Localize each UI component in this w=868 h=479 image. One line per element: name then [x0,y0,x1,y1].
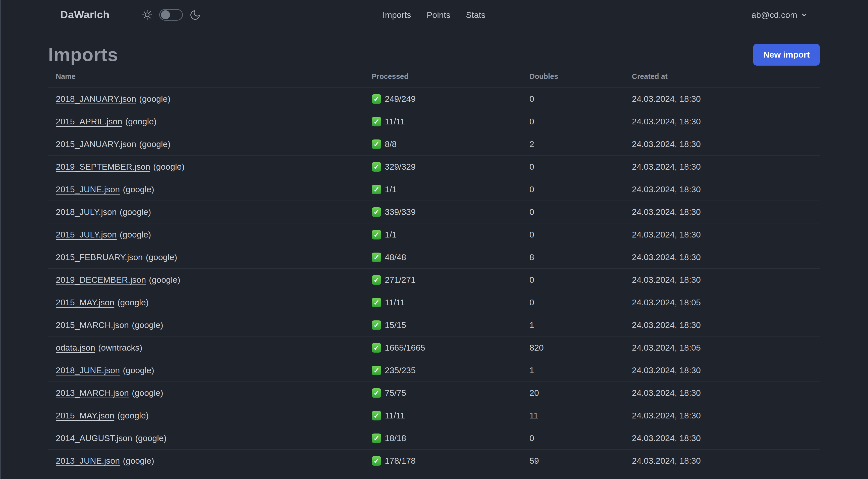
import-source-label: (owntracks) [98,343,143,352]
cell-doubles: 0 [529,298,632,307]
processed-value: 18/18 [385,433,406,443]
cell-doubles: 8 [529,252,632,262]
cell-doubles: 0 [529,94,632,104]
page-header: Imports New import [48,44,820,66]
import-file-link[interactable]: 2015_JULY.json [56,230,117,239]
processed-value: 249/249 [385,94,416,104]
import-source-label: (google) [139,94,170,103]
table-row: 2015_JULY.json(google)✓1/1024.03.2024, 1… [48,223,820,246]
cell-processed: ✓11/11 [372,117,529,126]
processed-value: 1665/1665 [385,343,425,353]
processed-value: 235/235 [385,365,416,375]
import-file-link[interactable]: 2018_JUNE.json [56,365,120,375]
account-menu[interactable]: ab@cd.com [751,10,808,20]
check-icon: ✓ [372,388,381,398]
nav-link-points[interactable]: Points [427,10,451,20]
check-icon: ✓ [372,252,381,262]
import-file-link[interactable]: 2018_JANUARY.json [56,94,136,103]
import-file-link[interactable]: 2015_MARCH.json [56,320,129,330]
import-file-link[interactable]: 2013_JUNE.json [56,456,120,466]
check-icon: ✓ [372,275,381,285]
import-file-link[interactable]: 2018_JULY.json [56,207,117,217]
import-file-link[interactable]: 2013_MARCH.json [56,388,129,397]
cell-processed: ✓235/235 [372,365,529,375]
processed-value: 48/48 [385,252,406,262]
nav-link-imports[interactable]: Imports [382,10,411,20]
cell-created-at: 24.03.2024, 18:30 [632,207,812,217]
cell-processed: ✓178/178 [372,456,529,466]
cell-processed: ✓249/249 [372,94,529,104]
cell-name: 2015_JUNE.json(google) [56,184,372,194]
table-row: 2019_DECEMBER.json(google)✓271/271024.03… [48,269,820,291]
theme-toggle[interactable] [159,9,183,21]
column-header-created-at: Created at [632,72,812,81]
import-file-link[interactable]: 2015_FEBRUARY.json [56,252,143,262]
check-icon: ✓ [372,456,381,466]
import-source-label: (google) [117,411,149,420]
table-row: odata.json(owntracks)✓1665/166582024.03.… [48,336,820,359]
table-row: 2015_APRIL.json(google)✓11/11024.03.2024… [48,110,820,133]
import-file-link[interactable]: 2015_APRIL.json [56,117,122,126]
check-icon: ✓ [372,162,381,172]
nav-link-stats[interactable]: Stats [466,10,485,20]
top-navbar: DaWarIch Imports Points Stats ab@cd.com [0,0,868,30]
import-file-link[interactable]: 2015_MAY.json [56,298,114,307]
cell-name: 2015_JULY.json(google) [56,230,372,239]
import-file-link[interactable]: 2015_MAY.json [56,411,114,420]
chevron-down-icon [801,11,808,18]
import-source-label: (google) [139,139,170,149]
table-row: 2018_JULY.json(google)✓339/339024.03.202… [48,201,820,223]
cell-processed: ✓1/1 [372,230,529,239]
table-row: ✓ [48,472,820,479]
cell-doubles: 0 [529,162,632,172]
check-icon: ✓ [372,230,381,239]
cell-processed: ✓1/1 [372,184,529,194]
import-source-label: (google) [125,117,157,126]
imports-page: Imports New import Name Processed Double… [48,44,820,479]
cell-doubles: 59 [529,456,632,466]
cell-created-at: 24.03.2024, 18:30 [632,252,812,262]
cell-processed: ✓75/75 [372,388,529,398]
processed-value: 1/1 [385,184,397,194]
cell-name: 2015_MARCH.json(google) [56,320,372,330]
cell-created-at: 24.03.2024, 18:30 [632,184,812,194]
cell-processed: ✓8/8 [372,139,529,149]
cell-doubles: 11 [529,411,632,420]
moon-icon [189,9,201,21]
processed-value: 11/11 [385,411,405,420]
processed-value: 339/339 [385,207,416,217]
check-icon: ✓ [372,321,381,330]
app-logo[interactable]: DaWarIch [60,9,110,21]
processed-value: 271/271 [385,275,416,285]
table-row: 2013_MARCH.json(google)✓75/752024.03.202… [48,382,820,405]
import-file-link[interactable]: 2015_JUNE.json [56,184,120,194]
import-source-label: (google) [120,230,151,239]
import-file-link[interactable]: odata.json [56,343,95,352]
cell-processed: ✓11/11 [372,411,529,420]
table-row: 2019_SEPTEMBER.json(google)✓329/329024.0… [48,155,820,178]
import-file-link[interactable]: 2019_SEPTEMBER.json [56,162,150,171]
table-header-row: Name Processed Doubles Created at [48,66,820,88]
table-row: 2015_MAY.json(google)✓11/111124.03.2024,… [48,405,820,427]
cell-created-at: 24.03.2024, 18:30 [632,365,812,375]
cell-name: 2015_JANUARY.json(google) [56,139,372,149]
cell-doubles: 0 [529,433,632,443]
table-row: 2015_MARCH.json(google)✓15/15124.03.2024… [48,314,820,336]
cell-name: 2014_AUGUST.json(google) [56,433,372,443]
import-source-label: (google) [146,252,177,262]
new-import-button[interactable]: New import [753,44,820,66]
import-file-link[interactable]: 2014_AUGUST.json [56,433,132,443]
window-edge [0,0,1,479]
column-header-doubles: Doubles [529,72,632,81]
main-nav: Imports Points Stats [382,10,485,20]
table-row: 2018_JUNE.json(google)✓235/235124.03.202… [48,359,820,382]
import-source-label: (google) [135,433,166,443]
import-file-link[interactable]: 2019_DECEMBER.json [56,275,146,285]
cell-name: 2015_FEBRUARY.json(google) [56,252,372,262]
table-row: 2018_JANUARY.json(google)✓249/249024.03.… [48,88,820,110]
cell-name: 2019_DECEMBER.json(google) [56,275,372,285]
check-icon: ✓ [372,94,381,104]
import-source-label: (google) [117,298,149,307]
import-file-link[interactable]: 2015_JANUARY.json [56,139,136,149]
import-source-label: (google) [153,162,185,171]
